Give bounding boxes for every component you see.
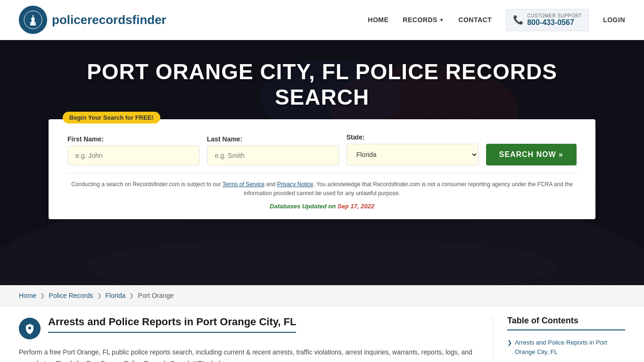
free-badge: Begin Your Search for FREE! — [63, 112, 160, 123]
hero-section: PORT ORANGE CITY, FL POLICE RECORDS SEAR… — [0, 40, 644, 285]
logo-area: policerecordsfinder — [19, 6, 166, 34]
main-nav: HOME RECORDS ▼ CONTACT 📞 CUSTOMER SUPPOR… — [368, 9, 625, 31]
breadcrumb-current: Port Orange — [138, 292, 173, 299]
toc-list: ❯ Arrests and Police Reports in Port Ora… — [507, 336, 625, 362]
svg-rect-9 — [35, 22, 36, 25]
svg-rect-6 — [30, 22, 31, 25]
svg-point-17 — [28, 327, 31, 329]
breadcrumb-home[interactable]: Home — [19, 292, 36, 299]
breadcrumb: Home ❯ Police Records ❯ Florida ❯ Port O… — [0, 285, 644, 306]
toc-item: ❯ Port Orange Police Departments — [507, 359, 625, 362]
logo-plain: policerecords — [52, 13, 132, 27]
breadcrumb-sep-1: ❯ — [40, 292, 45, 299]
nav-contact[interactable]: CONTACT — [458, 16, 492, 24]
tos-link[interactable]: Terms of Service — [223, 181, 264, 188]
support-phone: 800-433-0567 — [527, 18, 582, 27]
state-select[interactable]: AlabamaAlaskaArizonaArkansasCaliforniaCo… — [347, 144, 479, 165]
first-name-input[interactable] — [67, 146, 199, 165]
svg-rect-1 — [30, 24, 36, 25]
article-title-wrapper: Arrests and Police Reports in Port Orang… — [48, 316, 296, 333]
db-updated-label: Databases Updated on — [270, 203, 336, 210]
last-name-group: Last Name: — [207, 135, 339, 165]
support-label: CUSTOMER SUPPORT — [527, 13, 582, 18]
svg-rect-5 — [33, 15, 33, 18]
last-name-label: Last Name: — [207, 135, 339, 143]
article-header: Arrests and Police Reports in Port Orang… — [19, 316, 479, 339]
chevron-down-icon: ▼ — [439, 17, 444, 23]
nav-records[interactable]: RECORDS ▼ — [403, 16, 444, 24]
support-info: CUSTOMER SUPPORT 800-433-0567 — [527, 13, 582, 27]
customer-support: 📞 CUSTOMER SUPPORT 800-433-0567 — [506, 9, 589, 31]
breadcrumb-sep-2: ❯ — [97, 292, 102, 299]
last-name-input[interactable] — [207, 146, 339, 165]
article-title: Arrests and Police Reports in Port Orang… — [48, 316, 296, 333]
first-name-label: First Name: — [67, 135, 199, 143]
privacy-link[interactable]: Privacy Notice — [277, 181, 314, 188]
main-content: Arrests and Police Reports in Port Orang… — [0, 306, 644, 362]
search-container: Begin Your Search for FREE! First Name: … — [49, 119, 595, 219]
state-group: State: AlabamaAlaskaArizonaArkansasCalif… — [347, 133, 479, 165]
search-form-row: First Name: Last Name: State: AlabamaAla… — [67, 133, 577, 165]
db-updated-date: Sep 17, 2022 — [338, 203, 374, 210]
chevron-right-icon: ❯ — [507, 339, 512, 346]
state-label: State: — [347, 133, 479, 141]
logo-text: policerecordsfinder — [52, 13, 166, 27]
logo-icon — [19, 6, 47, 34]
svg-rect-7 — [32, 22, 33, 25]
db-updated: Databases Updated on Sep 17, 2022 — [67, 203, 577, 210]
breadcrumb-police-records[interactable]: Police Records — [49, 292, 93, 299]
content-left: Arrests and Police Reports in Port Orang… — [19, 316, 493, 362]
toc-link[interactable]: Arrests and Police Reports in Port Orang… — [515, 338, 625, 356]
svg-rect-8 — [34, 22, 35, 25]
breadcrumb-sep-3: ❯ — [129, 292, 134, 299]
toc-item: ❯ Arrests and Police Reports in Port Ora… — [507, 336, 625, 358]
logo-bold: finder — [132, 13, 166, 27]
nav-login[interactable]: LOGIN — [603, 16, 625, 24]
table-of-contents: Table of Contents ❯ Arrests and Police R… — [493, 316, 625, 362]
breadcrumb-florida[interactable]: Florida — [106, 292, 126, 299]
first-name-group: First Name: — [67, 135, 199, 165]
toc-title: Table of Contents — [507, 316, 625, 330]
badge-icon — [19, 318, 41, 339]
article-body: Perform a free Port Orange, FL public po… — [19, 347, 479, 362]
phone-icon: 📞 — [513, 15, 523, 25]
nav-records-label: RECORDS — [403, 16, 438, 24]
nav-home[interactable]: HOME — [368, 16, 388, 24]
search-button[interactable]: SEARCH NOW » — [486, 144, 577, 165]
hero-title: PORT ORANGE CITY, FL POLICE RECORDS SEAR… — [39, 40, 605, 119]
site-header: policerecordsfinder HOME RECORDS ▼ CONTA… — [0, 0, 644, 40]
disclaimer-text: Conducting a search on Recordsfinder.com… — [67, 173, 577, 198]
